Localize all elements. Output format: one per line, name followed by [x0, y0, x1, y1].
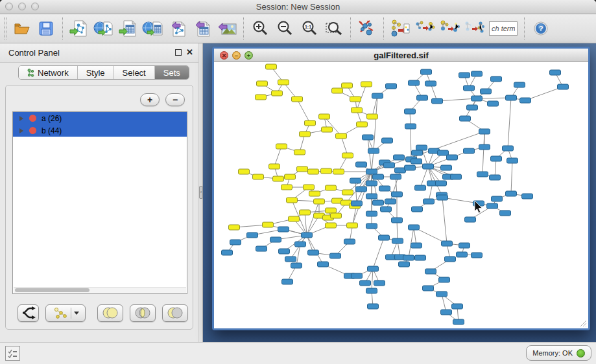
graph-node-blue[interactable]	[425, 269, 436, 274]
graph-node-blue[interactable]	[291, 263, 302, 268]
graph-node-yellow[interactable]	[357, 122, 368, 127]
graph-node-blue[interactable]	[436, 291, 447, 297]
graph-node-blue[interactable]	[279, 249, 290, 254]
graph-node-blue[interactable]	[356, 162, 367, 167]
graph-node-blue[interactable]	[441, 310, 452, 315]
graph-node-blue[interactable]	[457, 252, 468, 257]
graph-node-blue[interactable]	[432, 98, 443, 104]
graph-edge[interactable]	[508, 98, 511, 148]
graph-node-blue[interactable]	[514, 82, 525, 87]
resize-grip[interactable]	[578, 319, 587, 327]
graph-node-blue[interactable]	[373, 200, 384, 205]
zoom-selected-button[interactable]	[323, 17, 345, 40]
tab-style[interactable]: Style	[78, 66, 114, 79]
graph-node-blue[interactable]	[295, 242, 306, 247]
import-table-file-button[interactable]	[117, 17, 139, 40]
graph-node-blue[interactable]	[415, 185, 426, 190]
scrollbar-thumb[interactable]	[15, 288, 89, 292]
graph-node-yellow[interactable]	[367, 114, 378, 119]
graph-node-yellow[interactable]	[300, 210, 311, 215]
graph-node-yellow[interactable]	[281, 185, 292, 190]
task-history-button[interactable]	[5, 346, 20, 361]
graph-node-blue[interactable]	[318, 262, 329, 267]
graph-node-blue[interactable]	[436, 181, 447, 186]
graph-node-blue[interactable]	[256, 246, 267, 251]
graph-node-blue[interactable]	[423, 164, 434, 169]
graph-edge[interactable]	[442, 198, 447, 244]
graph-node-yellow[interactable]	[342, 153, 353, 158]
graph-edge[interactable]	[483, 131, 484, 174]
graph-node-blue[interactable]	[487, 203, 498, 209]
graph-node-blue[interactable]	[488, 101, 499, 106]
search-input[interactable]	[489, 21, 518, 36]
graph-node-blue[interactable]	[411, 159, 422, 164]
graph-node-blue[interactable]	[522, 194, 533, 199]
graph-node-blue[interactable]	[368, 148, 379, 154]
graph-node-blue[interactable]	[409, 225, 420, 230]
graph-node-blue[interactable]	[447, 155, 458, 160]
graph-node-blue[interactable]	[417, 95, 428, 100]
graph-edge[interactable]	[274, 146, 281, 166]
export-table-button[interactable]	[191, 17, 213, 40]
graph-node-yellow[interactable]	[304, 185, 315, 190]
graph-node-blue[interactable]	[222, 250, 233, 255]
graph-node-blue[interactable]	[479, 144, 490, 150]
graph-node-yellow[interactable]	[272, 91, 283, 96]
horizontal-scrollbar[interactable]	[14, 287, 186, 293]
close-panel-button[interactable]: ✕	[186, 47, 193, 58]
graph-node-yellow[interactable]	[276, 144, 287, 149]
graph-edge[interactable]	[373, 238, 384, 269]
graph-node-blue[interactable]	[308, 250, 319, 255]
graph-node-yellow[interactable]	[239, 169, 250, 174]
graph-node-blue[interactable]	[550, 70, 561, 75]
graph-edge[interactable]	[511, 161, 512, 194]
graph-node-yellow[interactable]	[292, 97, 303, 102]
remove-set-button[interactable]: −	[165, 93, 185, 106]
graph-node-blue[interactable]	[356, 187, 367, 192]
graph-node-blue[interactable]	[405, 165, 416, 170]
venn-union-button[interactable]	[97, 304, 123, 322]
graph-node-yellow[interactable]	[314, 199, 325, 204]
graph-node-blue[interactable]	[481, 89, 492, 94]
graph-node-blue[interactable]	[374, 280, 385, 286]
dropdown-arrow-icon[interactable]	[74, 312, 79, 315]
import-network-file-button[interactable]	[68, 17, 90, 40]
graph-node-blue[interactable]	[366, 169, 377, 174]
graph-edge[interactable]	[437, 98, 477, 101]
export-image-button[interactable]	[216, 17, 238, 40]
graph-node-yellow[interactable]	[326, 208, 337, 213]
import-network-url-button[interactable]	[93, 17, 115, 40]
graph-node-blue[interactable]	[352, 273, 363, 279]
graph-node-blue[interactable]	[394, 155, 405, 160]
graph-node-blue[interactable]	[411, 243, 422, 248]
graph-node-yellow[interactable]	[297, 166, 308, 172]
graph-node-yellow[interactable]	[333, 169, 344, 174]
graph-node-yellow[interactable]	[263, 222, 274, 227]
graph-node-blue[interactable]	[471, 96, 483, 101]
graph-node-blue[interactable]	[373, 174, 384, 179]
graph-node-yellow[interactable]	[326, 185, 337, 190]
graph-edge[interactable]	[372, 151, 374, 172]
graph-node-blue[interactable]	[412, 207, 423, 212]
graph-node-blue[interactable]	[415, 255, 426, 260]
graph-node-blue[interactable]	[366, 288, 377, 293]
graph-node-blue[interactable]	[503, 146, 514, 151]
graph-node-blue[interactable]	[368, 304, 379, 309]
graph-node-blue[interactable]	[384, 163, 395, 168]
graph-node-blue[interactable]	[247, 233, 258, 238]
graph-node-blue[interactable]	[230, 240, 241, 245]
graph-node-blue[interactable]	[350, 178, 361, 183]
network-view-window[interactable]: ✕ − + galFiltered.sif	[212, 47, 590, 330]
graph-node-yellow[interactable]	[285, 174, 296, 179]
graph-node-blue[interactable]	[437, 195, 448, 200]
list-item-set-a[interactable]: a (26)	[13, 112, 187, 124]
graph-node-blue[interactable]	[442, 241, 453, 246]
graph-node-blue[interactable]	[379, 235, 390, 240]
zoom-out-button[interactable]	[274, 17, 296, 40]
graph-node-yellow[interactable]	[326, 223, 337, 228]
graph-node-yellow[interactable]	[321, 168, 332, 174]
expand-arrow-icon[interactable]	[19, 128, 23, 133]
graph-node-blue[interactable]	[372, 93, 383, 98]
graph-edge[interactable]	[411, 126, 411, 159]
graph-node-blue[interactable]	[423, 199, 435, 204]
